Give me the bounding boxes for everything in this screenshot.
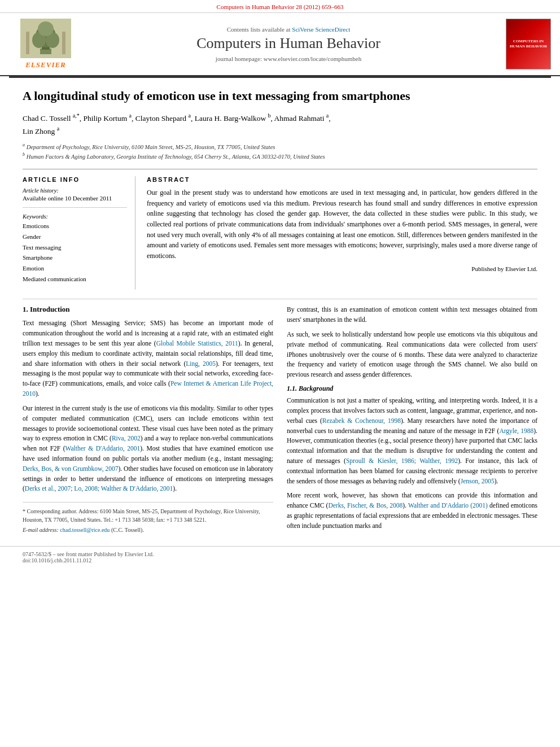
left-body-column: 1. Introduction Text messaging (Short Me…: [23, 305, 273, 536]
ref-derks-lo-walther[interactable]: Derks et al., 2007; Lo, 2008; Walther & …: [25, 485, 173, 492]
journal-header: ELSEVIER Contents lists available at Sci…: [0, 13, 560, 76]
svg-rect-7: [62, 32, 65, 54]
ref-sproull-walther[interactable]: Sproull & Kiesler, 1986; Walther, 1992: [346, 457, 458, 464]
right-para-2: As such, we seek to holistically underst…: [287, 330, 537, 380]
bottom-bar: 0747-5632/$ – see front matter Published…: [0, 546, 560, 568]
right-body-column: By contrast, this is an examination of e…: [287, 305, 537, 536]
journal-title: Computers in Human Behavior: [82, 35, 495, 52]
ref-global-mobile[interactable]: Global Mobile Statistics, 2011: [156, 340, 238, 347]
sciverse-link[interactable]: SciVerse ScienceDirect: [292, 26, 350, 33]
abstract-text: Our goal in the present study was to und…: [147, 187, 537, 261]
ref-argyle[interactable]: Argyle, 1988: [499, 427, 533, 434]
body-columns: 1. Introduction Text messaging (Short Me…: [23, 305, 537, 536]
ref-rezabek[interactable]: Rezabek & Cochenour, 1998: [322, 417, 401, 424]
journal-thumbnail-area: COMPUTERS IN HUMAN BEHAVIOR: [495, 19, 551, 69]
keyword-mediated-communication: Mediated communication: [23, 274, 127, 285]
info-divider: [23, 207, 127, 208]
body-divider: [23, 299, 537, 299]
footnote-corresponding: * Corresponding author. Address: 6100 Ma…: [23, 507, 273, 524]
journal-homepage: journal homepage: www.elsevier.com/locat…: [82, 55, 495, 62]
ref-walther-daddario-2001[interactable]: Walther & D'Addario, 2001: [65, 445, 141, 452]
background-heading: 1.1. Background: [287, 385, 537, 393]
ref-walther-daddario-2001b[interactable]: Walther and D'Addario (2001): [408, 502, 488, 509]
article-meta-section: ARTICLE INFO Article history: Available …: [23, 169, 537, 290]
elsevier-tree-icon: [20, 19, 71, 58]
ref-derks-2007[interactable]: Derks, Bos, & von Grumbkow, 2007: [23, 465, 118, 472]
keywords-list: Emoticons Gender Text messaging Smartpho…: [23, 221, 127, 284]
author-email[interactable]: chad.tossell@rice.edu: [60, 527, 110, 533]
article-history-label: Article history:: [23, 187, 127, 194]
keywords-section: Keywords: Emoticons Gender Text messagin…: [23, 213, 127, 284]
keyword-text-messaging: Text messaging: [23, 242, 127, 253]
article-title: A longitudinal study of emoticon use in …: [23, 88, 537, 104]
journal-center: Contents lists available at SciVerse Sci…: [82, 26, 495, 62]
abstract-column: ABSTRACT Our goal in the present study w…: [147, 176, 537, 290]
keyword-emotion: Emotion: [23, 263, 127, 274]
keyword-gender: Gender: [23, 231, 127, 242]
article-info-label: ARTICLE INFO: [23, 176, 127, 183]
journal-cover-image: COMPUTERS IN HUMAN BEHAVIOR: [506, 19, 551, 69]
keywords-label: Keywords:: [23, 213, 127, 220]
journal-citation: Computers in Human Behavior 28 (2012) 65…: [0, 0, 560, 13]
contents-line: Contents lists available at SciVerse Sci…: [82, 26, 495, 33]
keyword-smartphone: Smartphone: [23, 252, 127, 263]
main-content: A longitudinal study of emoticon use in …: [0, 78, 560, 546]
ref-riva-2002[interactable]: Riva, 2002: [112, 435, 141, 442]
elsevier-logo-area: ELSEVIER: [9, 19, 82, 69]
available-online: Available online 10 December 2011: [23, 195, 127, 202]
abstract-label: ABSTRACT: [147, 176, 537, 183]
introduction-heading: 1. Introduction: [23, 305, 273, 314]
intro-paragraph-1: Text messaging (Short Messaging Service;…: [23, 318, 273, 399]
svg-point-5: [38, 21, 54, 36]
article-info-column: ARTICLE INFO Article history: Available …: [23, 176, 135, 290]
right-para-1: By contrast, this is an examination of e…: [287, 305, 537, 325]
background-para-2: More recent work, however, has shown tha…: [287, 491, 537, 531]
ref-jenson[interactable]: Jenson, 2005: [461, 478, 495, 484]
svg-rect-6: [26, 32, 29, 54]
article-history: Article history: Available online 10 Dec…: [23, 187, 127, 202]
authors-line: Chad C. Tossell a,*, Philip Kortum a, Cl…: [23, 111, 537, 137]
ref-derks-fischer[interactable]: Derks, Fischer, & Bos, 2008: [328, 502, 403, 509]
intro-paragraph-2: Our interest in the current study is the…: [23, 404, 273, 494]
ref-pew-internet[interactable]: Pew Internet & American Life Project, 20…: [23, 380, 273, 397]
footnote-email: E-mail address: chad.tossell@rice.edu (C…: [23, 526, 273, 534]
keyword-emoticons: Emoticons: [23, 221, 127, 231]
affiliations: a Department of Psychology, Rice Univers…: [23, 142, 537, 161]
elsevier-wordmark: ELSEVIER: [25, 60, 66, 69]
footnotes: * Corresponding author. Address: 6100 Ma…: [23, 502, 273, 534]
background-para-1: Communication is not just a matter of sp…: [287, 396, 537, 486]
published-by: Published by Elsevier Ltd.: [147, 265, 537, 272]
ref-ling-2005[interactable]: Ling, 2005: [186, 360, 216, 367]
